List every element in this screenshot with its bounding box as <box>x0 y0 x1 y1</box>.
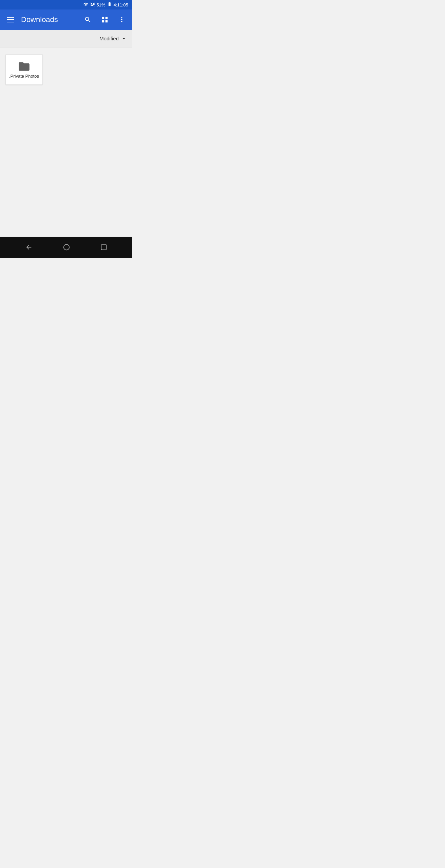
grid-view-icon <box>101 16 109 23</box>
menu-icon <box>7 17 14 22</box>
sort-bar: Modified <box>0 30 132 47</box>
battery-percent: 51% <box>97 2 105 7</box>
wifi-icon <box>83 2 89 8</box>
back-icon <box>25 243 33 251</box>
status-icons: 51% 4:11:05 <box>83 2 128 8</box>
time: 4:11:05 <box>114 2 128 7</box>
folder-item-private-photos[interactable]: .Private Photos <box>5 54 43 85</box>
status-bar: 51% 4:11:05 <box>0 0 132 9</box>
svg-rect-1 <box>101 245 106 250</box>
sort-label: Modified <box>99 36 119 41</box>
search-button[interactable] <box>83 15 93 25</box>
search-icon <box>84 16 92 23</box>
chevron-down-icon <box>121 36 127 42</box>
home-icon <box>63 243 70 251</box>
svg-point-0 <box>64 244 70 250</box>
folder-icon <box>18 60 31 71</box>
app-bar: Downloads <box>0 9 132 30</box>
no-signal-icon <box>90 2 95 8</box>
recent-apps-icon <box>100 244 107 251</box>
page-title: Downloads <box>21 15 77 24</box>
more-options-icon <box>118 16 125 23</box>
recent-apps-button[interactable] <box>100 244 107 251</box>
sort-button[interactable]: Modified <box>99 36 127 42</box>
home-button[interactable] <box>63 243 70 251</box>
grid-view-button[interactable] <box>100 15 110 25</box>
app-bar-actions <box>83 15 127 25</box>
folder-name: .Private Photos <box>7 74 41 79</box>
back-button[interactable] <box>25 243 33 251</box>
nav-bar <box>0 237 132 258</box>
menu-button[interactable] <box>5 16 16 24</box>
battery-icon <box>107 2 112 8</box>
more-options-button[interactable] <box>117 15 127 25</box>
file-grid: .Private Photos <box>0 47 132 237</box>
